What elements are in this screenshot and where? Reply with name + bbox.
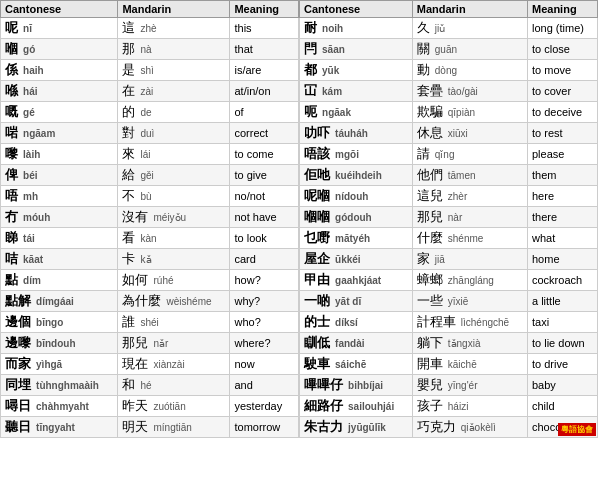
right-table-row: 呢嗰 nídouh 這兒 zhèr here	[300, 186, 598, 207]
jyutping: sailouhjái	[348, 401, 394, 412]
left-cell-meaning: why?	[230, 291, 299, 312]
cantonese-char: 一啲	[304, 293, 330, 308]
left-table-row: 冇 móuh 沒有 méiyǒu not have	[1, 207, 299, 228]
cantonese-char: 噚日	[5, 398, 31, 413]
pinyin: kǎ	[141, 254, 152, 265]
right-cell-cantonese: 駛車 sáichē	[300, 354, 413, 375]
cantonese-char: 耐	[304, 20, 317, 35]
cantonese-char: 邊個	[5, 314, 31, 329]
right-cell-chinese: 關 guān	[412, 39, 527, 60]
chinese-char: 家	[417, 251, 430, 266]
chinese-char: 如何	[122, 272, 148, 287]
cantonese-char: 細路仔	[304, 398, 343, 413]
cantonese-char: 喺	[5, 83, 18, 98]
chinese-char: 在	[122, 83, 135, 98]
chinese-char: 躺下	[417, 335, 443, 350]
jyutping: díksí	[335, 317, 358, 328]
jyutping: gódouh	[335, 212, 372, 223]
left-cell-cantonese: 唔 mh	[1, 186, 118, 207]
pinyin: shì	[141, 65, 154, 76]
chinese-char: 一些	[417, 293, 443, 308]
chinese-char: 開車	[417, 356, 443, 371]
left-cell-meaning: to come	[230, 144, 299, 165]
left-table-row: 點 dím 如何 rúhé how?	[1, 270, 299, 291]
pinyin: shéi	[141, 317, 159, 328]
cantonese-char: 駛車	[304, 356, 330, 371]
left-cell-meaning: card	[230, 249, 299, 270]
jyutping: móuh	[23, 212, 50, 223]
cantonese-char: 呢	[5, 20, 18, 35]
left-cell-cantonese: 睇 tái	[1, 228, 118, 249]
pinyin: dòng	[435, 65, 457, 76]
left-table-row: 呢 nī 這 zhè this	[1, 18, 299, 39]
left-cell-cantonese: 嘅 gé	[1, 102, 118, 123]
chinese-char: 蟑螂	[417, 272, 443, 287]
pinyin: méiyǒu	[154, 212, 187, 223]
right-table-row: 唔該 mgōi 請 qǐng please	[300, 144, 598, 165]
right-cell-cantonese: 呢嗰 nídouh	[300, 186, 413, 207]
right-table-row: 乜嘢 mātyéh 什麼 shénme what	[300, 228, 598, 249]
pinyin: zhè	[141, 23, 157, 34]
jyutping: hái	[23, 86, 37, 97]
right-table-row: 嗰嗰 gódouh 那兒 nàr there	[300, 207, 598, 228]
right-cell-cantonese: 屋企 ūkkéi	[300, 249, 413, 270]
cantonese-char: 的士	[304, 314, 330, 329]
chinese-char: 這	[122, 20, 135, 35]
left-cell-cantonese: 點 dím	[1, 270, 118, 291]
left-cell-cantonese: 同埋 tùhnghmaàih	[1, 375, 118, 396]
cantonese-char: 係	[5, 62, 18, 77]
right-cell-chinese: 他們 tāmen	[412, 165, 527, 186]
cantonese-char: 呃	[304, 104, 317, 119]
jyutping: sáichē	[335, 359, 366, 370]
right-cell-chinese: 家 jiā	[412, 249, 527, 270]
left-cell-cantonese: 聽日 tīngyaht	[1, 417, 118, 438]
left-cell-chinese: 為什麼 wèishéme	[118, 291, 230, 312]
right-cell-meaning: here	[527, 186, 597, 207]
left-table-row: 俾 béi 給 gěi to give	[1, 165, 299, 186]
main-container: Cantonese Mandarin Meaning 呢 nī 這 zhè th…	[0, 0, 598, 438]
jyutping: bihbíjai	[348, 380, 383, 391]
left-cell-meaning: that	[230, 39, 299, 60]
right-cell-meaning: long (time)	[527, 18, 597, 39]
left-cell-chinese: 卡 kǎ	[118, 249, 230, 270]
right-table-row: 駛車 sáichē 開車 kāichē to drive	[300, 354, 598, 375]
chinese-char: 欺騙	[417, 104, 443, 119]
cantonese-char: 冇	[5, 209, 18, 224]
chinese-char: 那兒	[122, 335, 148, 350]
left-table-row: 而家 yìhgā 現在 xiànzài now	[1, 354, 299, 375]
right-cell-chinese: 計程車 lìchéngchē	[412, 312, 527, 333]
cantonese-char: 都	[304, 62, 317, 77]
right-cell-meaning: to lie down	[527, 333, 597, 354]
left-header-cantonese: Cantonese	[1, 1, 118, 18]
left-cell-chinese: 明天 míngtiān	[118, 417, 230, 438]
left-cell-chinese: 來 lái	[118, 144, 230, 165]
left-table-row: 聽日 tīngyaht 明天 míngtiān tomorrow	[1, 417, 299, 438]
pinyin: qǐng	[435, 149, 455, 160]
right-cell-cantonese: 叻吓 táuháh	[300, 123, 413, 144]
cantonese-char: 嘅	[5, 104, 18, 119]
right-cell-chinese: 開車 kāichē	[412, 354, 527, 375]
right-cell-cantonese: 冚 kám	[300, 81, 413, 102]
left-cell-meaning: where?	[230, 333, 299, 354]
right-cell-meaning: to rest	[527, 123, 597, 144]
chinese-char: 這兒	[417, 188, 443, 203]
pinyin: zuótiān	[154, 401, 186, 412]
right-cell-chinese: 套疊 tào/gài	[412, 81, 527, 102]
left-cell-cantonese: 咭 kāat	[1, 249, 118, 270]
jyutping: yūk	[322, 65, 339, 76]
left-cell-cantonese: 冇 móuh	[1, 207, 118, 228]
pinyin: xiànzài	[154, 359, 185, 370]
chinese-char: 巧克力	[417, 419, 456, 434]
right-cell-cantonese: 嗰嗰 gódouh	[300, 207, 413, 228]
chinese-char: 卡	[122, 251, 135, 266]
pinyin: zài	[141, 86, 154, 97]
right-cell-cantonese: 細路仔 sailouhjái	[300, 396, 413, 417]
chinese-char: 什麼	[417, 230, 443, 245]
left-cell-meaning: who?	[230, 312, 299, 333]
left-cell-chinese: 這 zhè	[118, 18, 230, 39]
right-table-row: 都 yūk 動 dòng to move	[300, 60, 598, 81]
left-header-meaning: Meaning	[230, 1, 299, 18]
pinyin: tǎngxià	[448, 338, 481, 349]
left-cell-meaning: at/in/on	[230, 81, 299, 102]
left-cell-chinese: 那兒 nǎr	[118, 333, 230, 354]
